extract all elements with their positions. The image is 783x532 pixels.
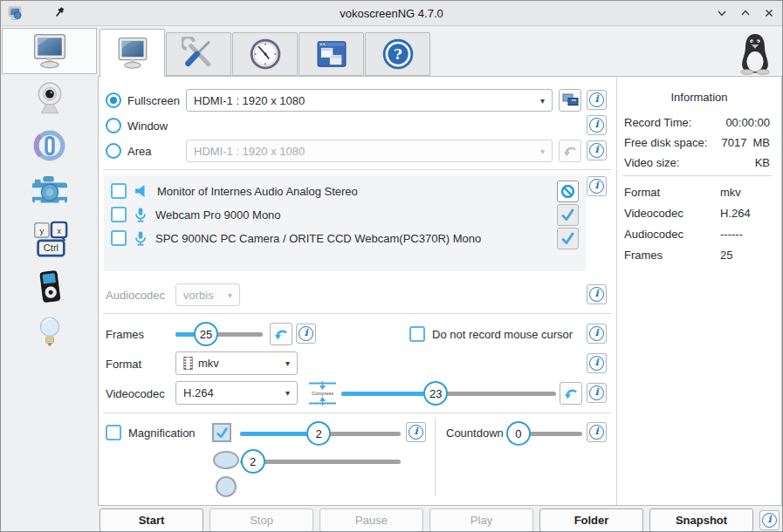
videocodec-select[interactable]: H.264 ▾ bbox=[175, 381, 298, 405]
window-title: vokoscreenNG 4.7.0 bbox=[1, 7, 782, 20]
audio-device-block-button[interactable] bbox=[557, 181, 579, 202]
action-bar: Start Stop Pause Play Folder Snapshot i bbox=[98, 506, 782, 532]
fullscreen-screen-select[interactable]: HDMI-1 : 1920 x 1080 ▾ bbox=[186, 89, 553, 112]
frames-label: Frames bbox=[106, 328, 144, 341]
sidebar-item-webcam[interactable] bbox=[2, 75, 97, 121]
chevron-down-icon: ▾ bbox=[540, 147, 545, 156]
tab-screen[interactable] bbox=[100, 29, 165, 77]
audio-device-checkbox[interactable] bbox=[111, 183, 127, 199]
area-radio[interactable] bbox=[106, 143, 121, 159]
record-time-row: Record Time: 00:00:00 bbox=[624, 115, 770, 130]
start-button[interactable]: Start bbox=[100, 508, 203, 532]
fullscreen-label: Fullscreen bbox=[127, 94, 180, 107]
audiocodec-select: vorbis ▾ bbox=[175, 283, 240, 306]
tux-penguin-logo bbox=[735, 31, 775, 75]
svg-text:?: ? bbox=[394, 45, 402, 63]
videocodec-quality-slider[interactable]: 23 bbox=[341, 381, 556, 406]
audio-info-button[interactable]: i bbox=[587, 176, 607, 196]
sidebar-item-screenshot[interactable] bbox=[2, 169, 97, 215]
mouse-cursor-label: Do not record mouse cursor bbox=[432, 328, 573, 341]
divider bbox=[103, 169, 611, 170]
magnifier-shape-circle[interactable] bbox=[216, 476, 237, 497]
audiocodec-label: Audiocodec bbox=[106, 289, 165, 302]
tips-bulb-icon bbox=[34, 315, 65, 353]
stop-button: Stop bbox=[209, 508, 313, 532]
sidebar-item-tips[interactable] bbox=[2, 310, 97, 357]
frames-slider[interactable]: 25 bbox=[175, 322, 263, 346]
frames-reset-button[interactable] bbox=[270, 323, 292, 345]
screen-tab-pane: Fullscreen HDMI-1 : 1920 x 1080 ▾ i Wind… bbox=[98, 76, 782, 506]
halt-icon bbox=[31, 127, 68, 164]
folder-button[interactable]: Folder bbox=[539, 508, 643, 532]
frames-slider-handle[interactable]: 25 bbox=[194, 322, 218, 346]
shade-button[interactable] bbox=[716, 7, 728, 19]
svg-text:x: x bbox=[57, 225, 61, 235]
fullscreen-info-button[interactable]: i bbox=[587, 90, 607, 110]
sidebar-item-screen-record[interactable] bbox=[2, 28, 97, 74]
close-button[interactable] bbox=[763, 7, 775, 19]
magnification-size-slider[interactable]: 2 bbox=[240, 421, 401, 446]
sidebar-item-hotkeys[interactable]: yxCtrl bbox=[2, 216, 97, 263]
mouse-cursor-checkbox[interactable] bbox=[409, 326, 425, 342]
info-icon: i bbox=[762, 513, 777, 528]
info-icon: i bbox=[589, 326, 604, 341]
hotkeys-icon: yxCtrl bbox=[30, 220, 70, 260]
audio-device-list: Monitor of Internes Audio Analog Stereo … bbox=[104, 175, 586, 271]
audio-device-row: SPC 900NC PC Camera / ORITE CCD Webcam(P… bbox=[111, 227, 579, 249]
video-size-row: Video size: KB bbox=[624, 155, 770, 170]
free-disk-space-value: 7017 bbox=[722, 136, 747, 149]
tab-timer[interactable] bbox=[232, 32, 298, 76]
format-info-button[interactable]: i bbox=[587, 353, 607, 373]
countdown-info-button[interactable]: i bbox=[587, 422, 607, 442]
videocodec-info-button[interactable]: i bbox=[587, 383, 607, 403]
format-select[interactable]: mkv ▾ bbox=[175, 351, 298, 375]
window-label: Window bbox=[127, 119, 168, 133]
tools-icon bbox=[182, 37, 216, 72]
switch-screen-button[interactable] bbox=[559, 89, 581, 112]
magnification-info-button[interactable]: i bbox=[406, 422, 426, 442]
info-icon: i bbox=[589, 425, 604, 440]
videocodec-reset-button[interactable] bbox=[560, 382, 582, 405]
window-radio[interactable] bbox=[106, 118, 121, 133]
actions-info-button[interactable]: i bbox=[759, 510, 780, 530]
sidebar-item-halt[interactable] bbox=[2, 122, 97, 168]
fullscreen-radio[interactable] bbox=[106, 92, 121, 108]
windows-icon bbox=[314, 37, 349, 72]
countdown-slider[interactable]: 0 bbox=[509, 421, 582, 446]
blocked-icon bbox=[560, 184, 575, 199]
tab-tools[interactable] bbox=[166, 32, 231, 76]
audio-device-ok-button[interactable] bbox=[557, 228, 579, 249]
maximize-button[interactable] bbox=[739, 7, 752, 19]
window-info-button[interactable]: i bbox=[587, 115, 607, 135]
magnification-oval-handle[interactable]: 2 bbox=[241, 449, 265, 474]
audiocodec-info-button[interactable]: i bbox=[587, 284, 607, 304]
audiocodec-info-row: Audiocodec------ bbox=[624, 227, 770, 242]
tab-windows[interactable] bbox=[299, 32, 364, 76]
chevron-down-icon: ▾ bbox=[285, 388, 290, 398]
countdown-handle[interactable]: 0 bbox=[506, 421, 531, 446]
dual-monitor-icon bbox=[562, 93, 579, 107]
area-info-button[interactable]: i bbox=[587, 140, 607, 160]
magnification-checkbox[interactable] bbox=[106, 425, 121, 440]
magnification-size-handle[interactable]: 2 bbox=[306, 421, 331, 446]
audio-device-ok-button[interactable] bbox=[557, 204, 579, 226]
magnifier-shape-oval[interactable] bbox=[213, 451, 239, 469]
sidebar-item-player[interactable] bbox=[2, 263, 97, 310]
info-icon: i bbox=[589, 287, 604, 302]
area-screen-select: HDMI-1 : 1920 x 1080 ▾ bbox=[186, 140, 553, 162]
frames-info-button[interactable]: i bbox=[296, 324, 316, 344]
checkmark-icon bbox=[216, 426, 229, 440]
audio-device-checkbox[interactable] bbox=[111, 207, 127, 222]
magnification-oval-slider[interactable]: 2 bbox=[240, 449, 401, 474]
app-window: vokoscreenNG 4.7.0 bbox=[0, 0, 783, 532]
svg-text:Ctrl: Ctrl bbox=[43, 242, 58, 253]
snapshot-button[interactable]: Snapshot bbox=[649, 508, 753, 532]
tab-help[interactable]: ? bbox=[365, 32, 430, 76]
timer-clock-icon bbox=[248, 37, 283, 72]
mouse-cursor-info-button[interactable]: i bbox=[587, 324, 607, 344]
videocodec-quality-handle[interactable]: 23 bbox=[423, 381, 448, 406]
checkmark-icon bbox=[560, 208, 575, 222]
audio-device-checkbox[interactable] bbox=[111, 230, 127, 246]
magnifier-shape-rect[interactable] bbox=[212, 423, 231, 442]
screen-icon bbox=[115, 36, 150, 71]
